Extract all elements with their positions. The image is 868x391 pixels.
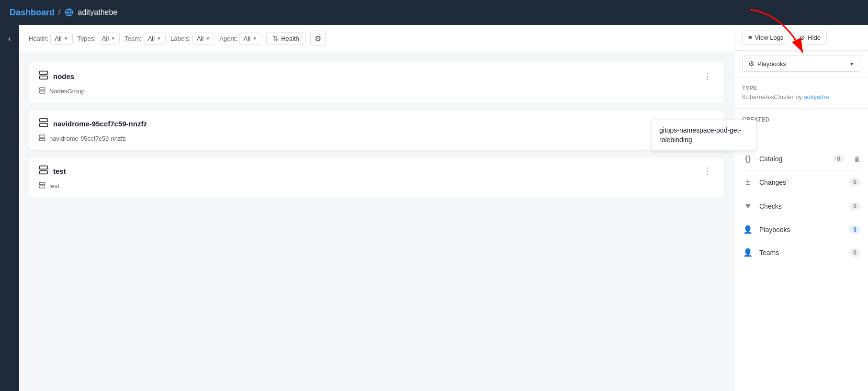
navidrome-sub-label: navidrome-95ccf7c59-nnzfz (49, 135, 126, 142)
labels-filter-select[interactable]: All ▼ (192, 33, 214, 45)
item-card-navidrome-title: navidrome-95ccf7c59-nnzfz (39, 118, 147, 130)
nodes-name: nodes (53, 72, 74, 80)
svg-rect-13 (40, 166, 48, 169)
svg-rect-11 (39, 135, 45, 137)
nodes-sub-label: NodesGroup (49, 88, 85, 95)
item-card-test-title: test (39, 165, 66, 177)
teams-icon: 👤 (742, 248, 754, 257)
nodes-sub: NodesGroup (39, 87, 714, 95)
item-card-nodes[interactable]: nodes ⋮ NodesGroup (29, 62, 724, 103)
created-value: 18d (742, 125, 860, 132)
health-filter-value: All (55, 35, 61, 42)
health-filter-select[interactable]: All ▼ (50, 33, 72, 45)
team-filter-label: Team: (124, 35, 141, 42)
playbooks-chevron-icon: ▼ (849, 61, 854, 67)
types-filter-group: Types: All ▼ (78, 33, 120, 45)
namespace-icon (64, 8, 74, 17)
svg-rect-5 (39, 88, 45, 90)
item-card-test[interactable]: test ⋮ test (29, 156, 724, 198)
breadcrumb-separator: / (58, 8, 60, 17)
view-logs-button[interactable]: ≡ View Logs (742, 31, 789, 45)
svg-rect-12 (39, 138, 45, 141)
teams-label: Teams (759, 249, 844, 257)
view-logs-icon: ≡ (748, 34, 752, 41)
nodes-icon (39, 70, 48, 82)
team-filter-value: All (148, 35, 155, 42)
created-title: Created (742, 116, 860, 123)
svg-rect-14 (40, 170, 48, 174)
test-icon (39, 165, 48, 177)
nodes-menu-button[interactable]: ⋮ (700, 70, 714, 82)
detail-section: {} Catalog 0 🗑 ± Changes 0 ♥ Checks 0 👤 … (734, 140, 868, 391)
agent-chevron-icon: ▼ (252, 36, 257, 41)
hide-icon: ⊘ (800, 34, 805, 41)
type-link[interactable]: adityathe (804, 93, 829, 101)
right-panel-actions: ≡ View Logs ⊘ Hide (734, 25, 868, 51)
test-name: test (53, 167, 66, 175)
health-filter-group: Health: All ▼ (29, 33, 73, 45)
catalog-delete-icon[interactable]: 🗑 (854, 155, 860, 163)
agent-filter-label: Agent: (219, 35, 237, 42)
labels-filter-label: Labels: (170, 35, 191, 42)
playbooks-button[interactable]: ⚙ Playbooks ▼ (743, 56, 860, 71)
tooltip-text: gitops-namespace-pod-get-rolebinding (659, 126, 741, 144)
right-panel: ≡ View Logs ⊘ Hide ⚙ Playbooks ▼ gitops-… (734, 25, 868, 391)
playbooks-detail-icon: 👤 (742, 225, 754, 234)
view-logs-label: View Logs (755, 34, 784, 41)
svg-rect-18 (39, 186, 45, 188)
teams-item[interactable]: 👤 Teams 0 (742, 241, 860, 264)
hide-button[interactable]: ⊘ Hide (793, 31, 827, 45)
health-chevron-icon: ▼ (64, 36, 68, 41)
item-card-navidrome[interactable]: navidrome-95ccf7c59-nnzfz ⋮ navidrome-95… (29, 109, 724, 151)
sort-label: Health (281, 35, 299, 42)
breadcrumb-dashboard[interactable]: Dashboard (10, 8, 55, 18)
labels-filter-value: All (197, 35, 203, 42)
top-bar: Dashboard / adityathebe (0, 0, 868, 25)
navidrome-sub: navidrome-95ccf7c59-nnzfz (39, 134, 714, 143)
playbooks-detail-item[interactable]: 👤 Playbooks 3 (742, 218, 860, 241)
content-area: Health: All ▼ Types: All ▼ Team: All ▼ (19, 25, 734, 391)
type-title: Type (742, 85, 860, 91)
checks-item[interactable]: ♥ Checks 0 (742, 194, 860, 218)
type-section: Type KubernetesCluster by adityathe (734, 77, 868, 109)
labels-chevron-icon: ▼ (205, 36, 210, 41)
svg-rect-17 (39, 182, 45, 185)
navidrome-icon (39, 118, 48, 130)
playbooks-detail-label: Playbooks (759, 226, 844, 234)
test-sub-icon (39, 182, 45, 190)
agent-filter-select[interactable]: All ▼ (239, 33, 261, 45)
collapse-button[interactable]: ‹ (8, 34, 11, 43)
types-filter-select[interactable]: All ▼ (98, 33, 120, 45)
navidrome-name: navidrome-95ccf7c59-nnzfz (53, 120, 147, 128)
items-area: nodes ⋮ NodesGroup (19, 52, 734, 391)
gear-icon: ⚙ (315, 34, 321, 43)
settings-button[interactable]: ⚙ (310, 31, 326, 46)
main-content: ‹ Health: All ▼ Types: All ▼ Team: (0, 25, 868, 391)
test-menu-button[interactable]: ⋮ (700, 165, 714, 177)
health-filter-label: Health: (29, 35, 48, 42)
agent-filter-value: All (244, 35, 250, 42)
playbooks-dropdown: ⚙ Playbooks ▼ (742, 56, 860, 72)
changes-icon: ± (742, 177, 754, 187)
type-value: KubernetesCluster by adityathe (742, 93, 860, 101)
svg-rect-6 (39, 91, 45, 93)
test-sub: test (39, 182, 714, 190)
checks-count: 0 (849, 202, 860, 211)
teams-count: 0 (849, 248, 860, 257)
svg-rect-7 (40, 118, 48, 122)
catalog-item[interactable]: {} Catalog 0 🗑 (742, 148, 860, 170)
sort-button[interactable]: ⇅ Health (266, 32, 305, 45)
changes-item[interactable]: ± Changes 0 (742, 170, 860, 194)
checks-icon: ♥ (742, 201, 754, 211)
catalog-icon: {} (742, 155, 754, 163)
team-filter-group: Team: All ▼ (124, 33, 166, 45)
type-value-text: KubernetesCluster by (742, 93, 804, 101)
team-filter-select[interactable]: All ▼ (144, 33, 166, 45)
sort-icon: ⇅ (272, 34, 278, 42)
tooltip-box: gitops-namespace-pod-get-rolebinding (651, 120, 756, 151)
playbooks-gear-icon: ⚙ (748, 60, 755, 67)
hide-label: Hide (808, 34, 821, 41)
changes-count: 0 (849, 178, 860, 187)
item-card-test-header: test ⋮ (39, 165, 714, 177)
left-panel: ‹ (0, 25, 19, 391)
